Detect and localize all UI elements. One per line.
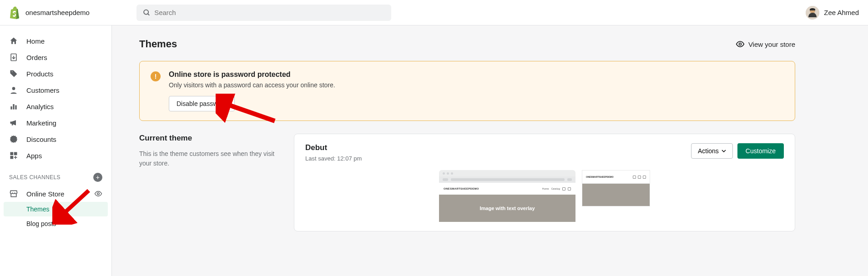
sidebar-item-label: Themes: [26, 206, 50, 213]
svg-rect-7: [10, 106, 12, 110]
preview-brand-mobile: ONESMARTSHEEPDEMO: [586, 176, 613, 178]
sidebar-item-online-store[interactable]: Online Store: [0, 186, 111, 202]
sidebar-item-label: Marketing: [26, 119, 56, 127]
svg-rect-9: [15, 105, 16, 110]
analytics-icon: [9, 102, 18, 111]
sidebar-item-home[interactable]: Home: [0, 33, 111, 49]
current-theme-heading: Current theme: [139, 134, 276, 143]
orders-icon: [9, 53, 18, 62]
search-box[interactable]: [136, 5, 391, 21]
current-theme-info: Current theme This is the theme customer…: [139, 134, 276, 231]
sidebar-item-products[interactable]: Products: [0, 65, 111, 82]
preview-hero-text: Image with text overlay: [479, 206, 535, 211]
sidebar-item-analytics[interactable]: Analytics: [0, 98, 111, 115]
main-content: Themes View your store ! Online store is…: [112, 25, 868, 276]
sidebar-item-label: Discounts: [26, 135, 56, 143]
eye-icon[interactable]: [94, 190, 102, 198]
last-saved: Last saved: 12:07 pm: [305, 155, 362, 162]
card-header: Debut Last saved: 12:07 pm Actions Custo…: [305, 143, 784, 162]
layout: Home Orders Products Customers Analytics…: [0, 25, 868, 276]
sidebar-item-discounts[interactable]: Discounts: [0, 131, 111, 147]
disable-password-button[interactable]: Disable password: [169, 96, 235, 111]
sidebar-item-label: Blog posts: [26, 220, 56, 227]
search-wrap: [136, 5, 806, 21]
section-label-text: SALES CHANNELS: [9, 174, 61, 181]
person-icon: [9, 85, 18, 95]
sidebar: Home Orders Products Customers Analytics…: [0, 25, 112, 276]
sidebar-item-label: Apps: [26, 152, 42, 160]
svg-rect-10: [10, 152, 14, 156]
search-input[interactable]: [154, 9, 385, 16]
svg-point-13: [97, 193, 100, 195]
sidebar-item-orders[interactable]: Orders: [0, 49, 111, 65]
megaphone-icon: [9, 118, 18, 127]
sidebar-subitem-blog-posts[interactable]: Blog posts: [0, 216, 111, 231]
discount-icon: [9, 135, 18, 144]
svg-point-0: [144, 10, 148, 14]
sidebar-item-label: Online Store: [26, 190, 64, 198]
svg-line-1: [148, 14, 150, 15]
preview-nav-home: Home: [542, 187, 549, 190]
preview-desktop: ONESMARTSHEEPDEMO HomeCatalog Image with…: [439, 170, 575, 222]
password-banner: ! Online store is password protected Onl…: [139, 61, 795, 121]
page-title: Themes: [139, 38, 177, 50]
apps-icon: [9, 151, 18, 160]
home-icon: [9, 36, 18, 45]
store-name: onesmartsheepdemo: [25, 9, 90, 16]
svg-point-16: [739, 43, 741, 45]
sidebar-item-apps[interactable]: Apps: [0, 147, 111, 164]
banner-title: Online store is password protected: [169, 70, 335, 79]
user-menu[interactable]: Zee Ahmed: [806, 6, 859, 20]
svg-rect-12: [10, 156, 14, 159]
preview-hero: Image with text overlay: [439, 195, 575, 222]
sidebar-item-label: Home: [26, 37, 45, 45]
svg-point-6: [12, 87, 15, 90]
warning-icon: !: [151, 71, 161, 81]
sidebar-item-label: Orders: [26, 54, 47, 61]
shopify-logo-icon: [9, 6, 20, 19]
customize-button[interactable]: Customize: [737, 143, 784, 159]
avatar: [806, 6, 819, 20]
page-header: Themes View your store: [139, 38, 795, 50]
topbar: onesmartsheepdemo Zee Ahmed: [0, 0, 868, 25]
sidebar-item-customers[interactable]: Customers: [0, 82, 111, 98]
sidebar-item-label: Products: [26, 70, 53, 78]
theme-name: Debut: [305, 143, 362, 152]
sales-channels-label: SALES CHANNELS +: [0, 164, 111, 186]
current-theme-desc: This is the theme customers see when the…: [139, 149, 276, 168]
banner-text: Only visitors with a password can access…: [169, 81, 335, 89]
tag-icon: [9, 69, 18, 78]
user-name: Zee Ahmed: [824, 9, 859, 16]
sidebar-item-label: Customers: [26, 86, 60, 94]
theme-preview: ONESMARTSHEEPDEMO HomeCatalog Image with…: [305, 170, 784, 222]
svg-rect-8: [13, 104, 14, 110]
sidebar-subitem-themes[interactable]: Themes: [4, 202, 108, 216]
actions-button[interactable]: Actions: [691, 143, 733, 159]
card-actions: Actions Customize: [691, 143, 784, 159]
view-store-link[interactable]: View your store: [736, 40, 795, 49]
view-store-label: View your store: [748, 40, 795, 48]
store-icon: [9, 189, 18, 198]
preview-brand: ONESMARTSHEEPDEMO: [444, 187, 475, 190]
svg-rect-11: [14, 152, 17, 156]
sidebar-item-label: Analytics: [26, 103, 54, 110]
sidebar-item-marketing[interactable]: Marketing: [0, 115, 111, 131]
theme-card: Debut Last saved: 12:07 pm Actions Custo…: [294, 134, 795, 231]
logo-wrap: onesmartsheepdemo: [9, 6, 136, 19]
banner-body: Online store is password protected Only …: [169, 70, 335, 111]
eye-icon: [736, 40, 745, 49]
add-channel-button[interactable]: +: [93, 173, 102, 182]
search-icon: [143, 9, 151, 17]
content-row: Current theme This is the theme customer…: [139, 134, 795, 231]
preview-nav-catalog: Catalog: [551, 187, 560, 190]
caret-down-icon: [722, 149, 726, 153]
preview-mobile: ONESMARTSHEEPDEMO: [582, 170, 650, 206]
actions-label: Actions: [698, 147, 719, 155]
